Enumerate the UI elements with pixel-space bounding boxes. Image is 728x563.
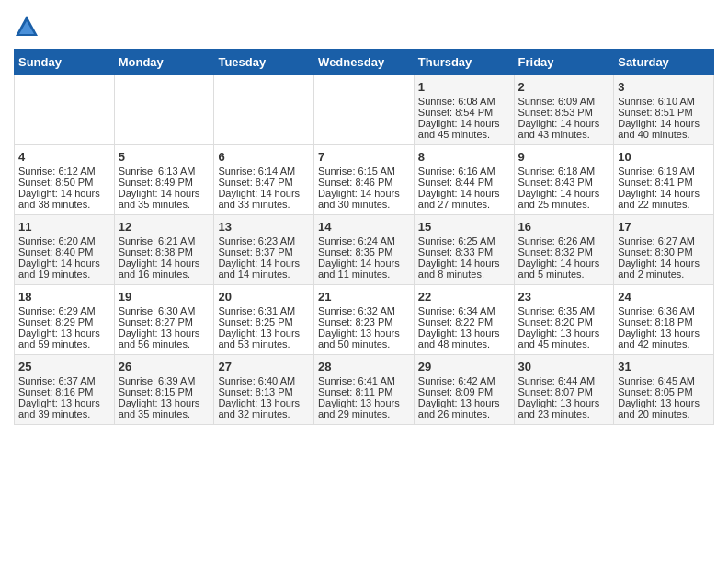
day-info: Daylight: 13 hours and 50 minutes.: [318, 327, 410, 350]
calendar-cell: [214, 75, 314, 145]
day-info: Daylight: 14 hours and 16 minutes.: [119, 258, 210, 280]
day-info: Sunset: 8:07 PM: [518, 386, 610, 397]
day-number: 10: [618, 150, 710, 164]
day-number: 8: [418, 150, 510, 164]
day-info: Sunset: 8:44 PM: [418, 177, 510, 188]
day-info: Sunrise: 6:27 AM: [618, 236, 710, 247]
day-info: Daylight: 14 hours and 8 minutes.: [418, 258, 510, 280]
day-info: Sunset: 8:11 PM: [318, 386, 410, 397]
day-info: Sunrise: 6:42 AM: [418, 375, 510, 386]
day-number: 2: [518, 80, 610, 94]
day-info: Sunset: 8:27 PM: [119, 316, 210, 327]
calendar-cell: 4Sunrise: 6:12 AMSunset: 8:50 PMDaylight…: [15, 145, 115, 215]
calendar-cell: 12Sunrise: 6:21 AMSunset: 8:38 PMDayligh…: [114, 215, 214, 285]
day-info: Daylight: 14 hours and 33 minutes.: [218, 188, 310, 210]
day-info: Sunset: 8:30 PM: [618, 247, 710, 258]
day-number: 22: [418, 290, 510, 304]
day-info: Sunset: 8:53 PM: [518, 107, 610, 118]
day-info: Daylight: 14 hours and 30 minutes.: [318, 188, 410, 210]
day-info: Sunset: 8:35 PM: [318, 247, 410, 258]
day-number: 23: [518, 290, 610, 304]
day-info: Sunrise: 6:25 AM: [418, 236, 510, 247]
day-info: Sunrise: 6:16 AM: [418, 166, 510, 177]
calendar-cell: 25Sunrise: 6:37 AMSunset: 8:16 PMDayligh…: [15, 355, 115, 425]
day-info: Daylight: 13 hours and 59 minutes.: [18, 327, 110, 350]
calendar-cell: 1Sunrise: 6:08 AMSunset: 8:54 PMDaylight…: [414, 75, 514, 145]
calendar-cell: 24Sunrise: 6:36 AMSunset: 8:18 PMDayligh…: [614, 285, 714, 355]
day-info: Sunset: 8:46 PM: [318, 177, 410, 188]
calendar-cell: [15, 75, 115, 145]
day-info: Daylight: 14 hours and 38 minutes.: [18, 188, 110, 210]
calendar-cell: 30Sunrise: 6:44 AMSunset: 8:07 PMDayligh…: [514, 355, 614, 425]
day-info: Sunrise: 6:09 AM: [518, 96, 610, 107]
day-number: 24: [618, 290, 710, 304]
day-number: 16: [518, 220, 610, 234]
day-info: Sunrise: 6:30 AM: [119, 305, 210, 316]
day-number: 9: [518, 150, 610, 164]
day-info: Daylight: 13 hours and 35 minutes.: [119, 397, 210, 419]
day-info: Daylight: 14 hours and 19 minutes.: [18, 258, 110, 280]
day-info: Daylight: 14 hours and 22 minutes.: [618, 188, 710, 210]
day-info: Daylight: 14 hours and 45 minutes.: [418, 118, 510, 140]
day-number: 28: [318, 360, 410, 373]
day-info: Sunrise: 6:21 AM: [119, 236, 210, 247]
day-info: Sunset: 8:16 PM: [18, 386, 110, 397]
day-info: Sunrise: 6:24 AM: [318, 236, 410, 247]
weekday-header: Wednesday: [314, 50, 415, 75]
day-info: Sunset: 8:43 PM: [518, 177, 610, 188]
calendar-cell: 9Sunrise: 6:18 AMSunset: 8:43 PMDaylight…: [514, 145, 614, 215]
calendar-cell: 3Sunrise: 6:10 AMSunset: 8:51 PMDaylight…: [614, 75, 714, 145]
calendar-cell: 27Sunrise: 6:40 AMSunset: 8:13 PMDayligh…: [214, 355, 314, 425]
day-number: 5: [119, 150, 210, 164]
calendar-cell: 13Sunrise: 6:23 AMSunset: 8:37 PMDayligh…: [214, 215, 314, 285]
day-info: Daylight: 14 hours and 35 minutes.: [119, 188, 210, 210]
day-info: Daylight: 13 hours and 29 minutes.: [318, 397, 410, 419]
day-info: Sunset: 8:47 PM: [218, 177, 310, 188]
weekday-header: Monday: [114, 50, 214, 75]
day-number: 15: [418, 220, 510, 234]
day-number: 14: [318, 220, 410, 234]
day-info: Sunrise: 6:41 AM: [318, 375, 410, 386]
day-info: Daylight: 13 hours and 20 minutes.: [618, 397, 710, 419]
day-number: 30: [518, 360, 610, 373]
calendar-cell: 8Sunrise: 6:16 AMSunset: 8:44 PMDaylight…: [414, 145, 514, 215]
day-info: Sunrise: 6:35 AM: [518, 305, 610, 316]
day-info: Sunset: 8:40 PM: [18, 247, 110, 258]
day-info: Sunset: 8:37 PM: [218, 247, 310, 258]
weekday-header: Tuesday: [214, 50, 314, 75]
calendar-cell: 5Sunrise: 6:13 AMSunset: 8:49 PMDaylight…: [114, 145, 214, 215]
day-number: 7: [318, 150, 410, 164]
calendar-cell: 29Sunrise: 6:42 AMSunset: 8:09 PMDayligh…: [414, 355, 514, 425]
day-number: 25: [18, 360, 110, 373]
day-info: Sunrise: 6:34 AM: [418, 305, 510, 316]
calendar-cell: 10Sunrise: 6:19 AMSunset: 8:41 PMDayligh…: [614, 145, 714, 215]
weekday-header: Friday: [514, 50, 614, 75]
calendar-week-row: 11Sunrise: 6:20 AMSunset: 8:40 PMDayligh…: [15, 215, 714, 285]
day-number: 20: [218, 290, 310, 304]
day-info: Sunset: 8:41 PM: [618, 177, 710, 188]
calendar-week-row: 18Sunrise: 6:29 AMSunset: 8:29 PMDayligh…: [15, 285, 714, 355]
day-info: Daylight: 13 hours and 45 minutes.: [518, 327, 610, 350]
day-info: Sunrise: 6:40 AM: [218, 375, 310, 386]
calendar-cell: 14Sunrise: 6:24 AMSunset: 8:35 PMDayligh…: [314, 215, 415, 285]
day-info: Sunrise: 6:45 AM: [618, 375, 710, 386]
day-info: Sunset: 8:15 PM: [119, 386, 210, 397]
day-info: Sunrise: 6:36 AM: [618, 305, 710, 316]
day-info: Daylight: 14 hours and 11 minutes.: [318, 258, 410, 280]
day-info: Sunrise: 6:44 AM: [518, 375, 610, 386]
day-info: Sunset: 8:22 PM: [418, 316, 510, 327]
day-info: Daylight: 13 hours and 42 minutes.: [618, 327, 710, 350]
day-number: 11: [18, 220, 110, 234]
day-info: Daylight: 13 hours and 53 minutes.: [218, 327, 310, 350]
calendar-week-row: 25Sunrise: 6:37 AMSunset: 8:16 PMDayligh…: [15, 355, 714, 425]
day-info: Sunrise: 6:23 AM: [218, 236, 310, 247]
calendar-header: SundayMondayTuesdayWednesdayThursdayFrid…: [15, 50, 714, 75]
day-info: Sunset: 8:50 PM: [18, 177, 110, 188]
logo-icon: [14, 14, 40, 40]
day-info: Sunset: 8:54 PM: [418, 107, 510, 118]
weekday-header: Sunday: [15, 50, 115, 75]
day-number: 4: [18, 150, 110, 164]
calendar-cell: [314, 75, 415, 145]
day-info: Sunset: 8:25 PM: [218, 316, 310, 327]
day-number: 1: [418, 80, 510, 94]
